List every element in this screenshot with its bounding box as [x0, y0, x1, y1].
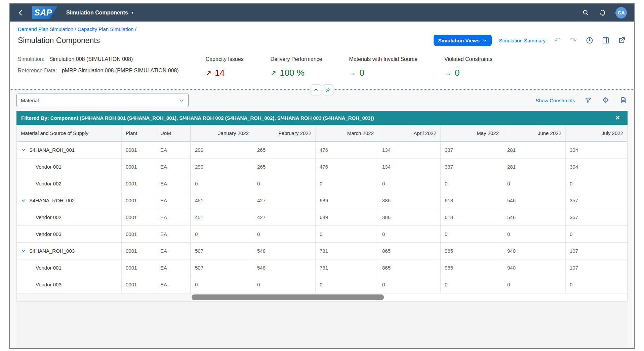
col-apr[interactable]: April 2022: [378, 125, 441, 141]
user-avatar[interactable]: CA: [615, 7, 627, 19]
col-material[interactable]: Material and Source of Supply: [17, 125, 122, 141]
scrollbar-thumb[interactable]: [192, 294, 384, 300]
avatar-initials: CA: [617, 10, 625, 15]
table-row[interactable]: Vendor 0030001EA0000000: [17, 276, 627, 293]
simulation-summary-link[interactable]: Simulation Summary: [499, 38, 546, 43]
month-cell: 0: [441, 175, 503, 192]
month-cell: 731: [316, 243, 378, 259]
material-name: Vendor 003: [36, 231, 62, 237]
simulation-views-label: Simulation Views: [438, 38, 480, 43]
month-cell: 0: [566, 276, 627, 293]
simulation-label: Simulation:: [18, 56, 44, 62]
chevron-down-icon: [482, 38, 487, 43]
month-cell: 304: [566, 142, 627, 158]
app-title-menu[interactable]: Simulation Components ▼: [66, 10, 134, 16]
col-may[interactable]: May 2022: [441, 125, 503, 141]
simulation-views-button[interactable]: Simulation Views: [434, 35, 492, 46]
table-row[interactable]: Vendor 0010001EA299265476134337281304: [17, 159, 627, 175]
month-cell: 476: [316, 142, 378, 158]
table-row[interactable]: S4HANA_ROH_0030001EA50754873186596594010…: [17, 243, 627, 259]
month-cell: 0: [253, 276, 316, 293]
notifications-bell-icon[interactable]: [599, 9, 607, 17]
table-row[interactable]: Vendor 0020001EA451427689386618546357: [17, 209, 627, 226]
material-name: S4HANA_ROH_001: [29, 147, 75, 153]
month-cell: 0: [253, 226, 316, 242]
settings-gear-icon[interactable]: ⚙: [601, 96, 610, 105]
export-spreadsheet-icon[interactable]: [619, 96, 628, 105]
breadcrumb-link-demand-plan[interactable]: Demand Plan Simulation: [18, 26, 78, 32]
kpi-value: 0: [359, 68, 364, 78]
trend-flat-icon: →: [349, 69, 356, 77]
clear-filter-icon[interactable]: ✕: [612, 114, 623, 121]
kpi-capacity-issues[interactable]: Capacity Issues ↗14: [206, 56, 244, 79]
month-cell: 0: [316, 276, 378, 293]
month-cell: 427: [253, 209, 316, 225]
kpi-delivery-performance[interactable]: Delivery Performance ↗100 %: [271, 56, 322, 79]
kpi-value: 14: [215, 68, 225, 78]
material-cell: Vendor 002: [17, 209, 122, 225]
page-header: Demand Plan Simulation Capacity Plan Sim…: [10, 22, 634, 47]
month-cell: 548: [253, 243, 316, 259]
month-cell: 0: [441, 226, 503, 242]
horizontal-scrollbar[interactable]: [16, 293, 628, 302]
month-cell: 337: [441, 159, 503, 175]
table-row[interactable]: Vendor 0020001EA0000000: [17, 175, 627, 192]
month-cell: 0: [566, 175, 627, 192]
month-cell: 304: [566, 159, 627, 175]
expand-toggle-icon[interactable]: [21, 248, 26, 253]
simulation-value: Simulation 008 (SIMULATION 008): [49, 56, 133, 62]
month-cell: 107: [566, 259, 627, 276]
search-icon[interactable]: [582, 9, 590, 17]
month-cell: 299: [191, 142, 253, 158]
simulation-info: Simulation: Simulation 008 (SIMULATION 0…: [18, 56, 179, 79]
col-plant[interactable]: Plant: [122, 125, 156, 141]
expand-toggle-icon[interactable]: [21, 198, 26, 203]
month-cell: 0: [253, 175, 316, 192]
col-mar[interactable]: March 2022: [316, 125, 378, 141]
table-row[interactable]: S4HANA_ROH_0020001EA45142768938661854635…: [17, 192, 627, 209]
undo-icon[interactable]: ↶: [553, 36, 562, 45]
col-jul[interactable]: July 2022: [566, 125, 627, 141]
filter-info-bar[interactable]: Filtered By: Component (S/4HANA ROH 001 …: [16, 111, 628, 125]
history-clock-icon[interactable]: [585, 36, 594, 45]
page-title: Simulation Components: [18, 36, 100, 45]
collapse-header-button[interactable]: [311, 84, 321, 95]
uom-cell: EA: [156, 276, 191, 293]
month-cell: 546: [503, 192, 566, 209]
title-dropdown-icon: ▼: [131, 11, 134, 14]
material-cell: S4HANA_ROH_002: [17, 192, 122, 209]
kpi-invalid-source[interactable]: Materials with Invalid Source →0: [349, 56, 417, 79]
show-constraints-link[interactable]: Show Constraints: [535, 98, 575, 103]
table-row[interactable]: S4HANA_ROH_0010001EA29926547613433728130…: [17, 142, 627, 159]
back-icon[interactable]: [17, 8, 27, 18]
scrollbar-track[interactable]: [191, 293, 627, 301]
col-jun[interactable]: June 2022: [503, 125, 566, 141]
redo-icon[interactable]: ↷: [569, 36, 578, 45]
material-name: Vendor 003: [36, 282, 62, 287]
material-cell: Vendor 003: [17, 226, 122, 242]
col-feb[interactable]: February 2022: [253, 125, 316, 141]
kpi-violated-constraints[interactable]: Violated Constraints →0: [444, 56, 492, 79]
filter-icon[interactable]: [584, 96, 593, 105]
table-header-row: Material and Source of Supply Plant UoM …: [17, 125, 627, 142]
month-cell: 0: [503, 276, 566, 293]
split-panel-icon[interactable]: [601, 36, 610, 45]
plant-cell: 0001: [122, 243, 156, 259]
month-cell: 965: [441, 259, 503, 276]
sap-logo: SAP: [32, 6, 57, 19]
month-cell: 265: [253, 159, 316, 175]
plant-cell: 0001: [122, 209, 156, 225]
chevron-down-icon: [179, 98, 184, 103]
table-row[interactable]: Vendor 0010001EA507548731865965940107: [17, 259, 627, 276]
share-export-icon[interactable]: [617, 36, 626, 45]
col-uom[interactable]: UoM: [156, 125, 191, 141]
pin-header-button[interactable]: [323, 84, 333, 95]
view-dropdown[interactable]: Material: [16, 94, 189, 107]
expand-toggle-icon[interactable]: [21, 147, 26, 152]
table-row[interactable]: Vendor 0030001EA0000000: [17, 226, 627, 243]
col-jan[interactable]: January 2022: [191, 125, 253, 141]
breadcrumb-link-capacity-plan[interactable]: Capacity Plan Simulation: [78, 26, 136, 32]
content-area: Material Show Constraints ⚙ Filtered By:…: [10, 90, 634, 348]
material-name: S4HANA_ROH_002: [29, 198, 75, 203]
components-table: Material and Source of Supply Plant UoM …: [16, 125, 628, 293]
